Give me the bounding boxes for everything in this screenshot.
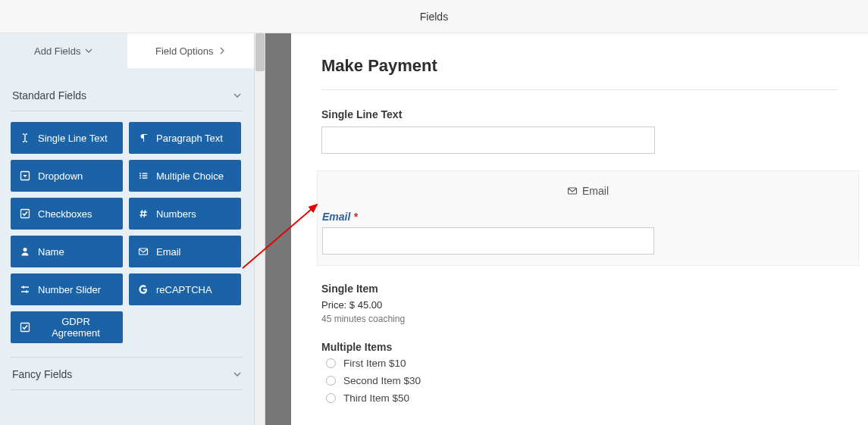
section-fancy-fields[interactable]: Fancy Fields <box>11 357 243 390</box>
radio-option[interactable]: Third Item $50 <box>321 392 838 404</box>
list-icon <box>138 170 149 181</box>
scrollbar-thumb[interactable] <box>255 33 265 71</box>
field-label: Checkboxes <box>38 208 92 220</box>
text-cursor-icon <box>20 133 30 143</box>
section-standard-label: Standard Fields <box>12 89 86 102</box>
form-preview: Make Payment Single Line Text Email Emai… <box>291 33 868 425</box>
email-field-label: Email * <box>318 211 858 223</box>
hash-icon <box>138 208 149 219</box>
price-label: Price: <box>321 299 346 311</box>
sidebar-scrollbar[interactable] <box>255 33 265 425</box>
single-item-label: Single Item <box>321 283 838 295</box>
preview-gutter <box>265 33 291 425</box>
email-drop-header-label: Email <box>582 185 609 197</box>
tab-add-fields[interactable]: Add Fields <box>0 33 127 68</box>
radio-icon <box>326 393 336 403</box>
svg-rect-13 <box>568 188 576 194</box>
sliders-icon <box>20 284 30 295</box>
svg-rect-4 <box>143 173 148 173</box>
svg-rect-11 <box>26 291 27 293</box>
standard-fields-grid: Single Line Text Paragraph Text Dropdown… <box>11 111 243 357</box>
envelope-icon <box>567 186 578 196</box>
field-label: Multiple Choice <box>156 170 224 182</box>
field-label: GDPR Agreement <box>38 316 114 339</box>
svg-point-2 <box>139 175 141 177</box>
radio-option[interactable]: First Item $10 <box>321 358 838 369</box>
field-gdpr-agreement[interactable]: GDPR Agreement <box>11 311 123 343</box>
field-email[interactable]: Email <box>129 236 241 267</box>
email-field-drop-header: Email <box>318 171 858 211</box>
field-label: Paragraph Text <box>156 133 223 144</box>
chevron-down-icon <box>233 370 242 379</box>
radio-icon <box>326 358 336 368</box>
page-header-title: Fields <box>420 11 448 23</box>
field-name[interactable]: Name <box>11 236 123 267</box>
field-label: reCAPTCHA <box>156 284 212 295</box>
svg-point-8 <box>24 248 27 252</box>
field-recaptcha[interactable]: reCAPTCHA <box>129 273 241 305</box>
svg-point-3 <box>139 177 141 179</box>
check-square-icon <box>20 208 30 219</box>
price-description: 45 minutes coaching <box>321 314 838 324</box>
main: Add Fields Field Options Standard Fields… <box>0 33 868 425</box>
multiple-items-label: Multiple Items <box>321 341 838 353</box>
price-value: $ 45.00 <box>349 299 382 311</box>
radio-option[interactable]: Second Item $30 <box>321 375 838 386</box>
page-header: Fields <box>0 0 868 33</box>
field-label: Single Line Text <box>38 133 108 144</box>
svg-rect-6 <box>143 177 148 178</box>
chevron-down-icon <box>233 91 242 100</box>
sidebar-tabs: Add Fields Field Options <box>0 33 254 68</box>
radio-option-label: Second Item $30 <box>343 375 421 386</box>
field-dropdown[interactable]: Dropdown <box>11 160 123 192</box>
chevron-right-icon <box>218 47 226 55</box>
radio-icon <box>326 376 336 386</box>
svg-rect-5 <box>143 175 148 176</box>
svg-rect-10 <box>23 286 24 289</box>
field-label: Dropdown <box>38 170 83 182</box>
field-multiple-choice[interactable]: Multiple Choice <box>129 160 241 192</box>
divider <box>321 89 838 90</box>
radio-option-label: First Item $10 <box>343 358 406 369</box>
check-square-icon <box>20 322 30 333</box>
field-label: Number Slider <box>38 284 101 295</box>
price-line: Price: $ 45.00 <box>321 299 838 311</box>
section-standard-fields[interactable]: Standard Fields <box>11 79 243 111</box>
field-label: Name <box>38 246 64 258</box>
form-title: Make Payment <box>321 56 838 76</box>
envelope-icon <box>138 246 149 257</box>
field-label: Numbers <box>156 208 196 220</box>
tab-add-fields-label: Add Fields <box>34 45 80 57</box>
sidebar: Add Fields Field Options Standard Fields… <box>0 33 255 425</box>
required-asterisk: * <box>353 211 357 223</box>
chevron-down-icon <box>85 47 92 55</box>
user-icon <box>20 246 30 257</box>
single-line-text-label: Single Line Text <box>321 108 838 120</box>
field-paragraph-text[interactable]: Paragraph Text <box>129 122 241 154</box>
google-icon <box>138 284 149 295</box>
email-label-text: Email <box>322 211 350 223</box>
field-single-line-text[interactable]: Single Line Text <box>11 122 123 154</box>
email-field-drop[interactable]: Email Email * <box>317 170 859 266</box>
field-number-slider[interactable]: Number Slider <box>11 273 123 305</box>
tab-field-options[interactable]: Field Options <box>127 33 255 68</box>
section-fancy-label: Fancy Fields <box>12 368 72 380</box>
field-numbers[interactable]: Numbers <box>129 198 241 230</box>
fields-panel: Standard Fields Single Line Text Paragra… <box>0 68 254 425</box>
field-checkboxes[interactable]: Checkboxes <box>11 198 123 230</box>
tab-field-options-label: Field Options <box>155 45 214 57</box>
svg-point-1 <box>139 173 141 174</box>
email-input[interactable] <box>322 227 654 255</box>
field-label: Email <box>156 246 181 258</box>
paragraph-icon <box>138 133 149 143</box>
caret-square-icon <box>20 170 30 181</box>
radio-option-label: Third Item $50 <box>343 392 409 404</box>
single-line-text-input[interactable] <box>321 127 655 154</box>
